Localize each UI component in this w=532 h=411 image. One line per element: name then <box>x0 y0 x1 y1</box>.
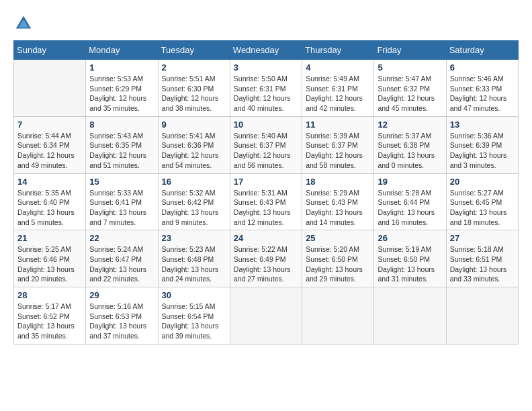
sunset-label: Sunset: 6:48 PM <box>162 255 214 263</box>
day-cell-4: 4 Sunrise: 5:49 AM Sunset: 6:31 PM Dayli… <box>302 60 374 117</box>
daylight-label: Daylight: 13 hours and 33 minutes. <box>450 265 507 283</box>
weekday-header-friday: Friday <box>374 41 446 60</box>
sunset-label: Sunset: 6:33 PM <box>450 85 502 93</box>
sunrise-label: Sunrise: 5:50 AM <box>234 75 287 83</box>
daylight-label: Daylight: 12 hours and 58 minutes. <box>306 151 363 169</box>
day-info: Sunrise: 5:40 AM Sunset: 6:37 PM Dayligh… <box>234 131 298 171</box>
day-cell-9: 9 Sunrise: 5:41 AM Sunset: 6:36 PM Dayli… <box>158 116 230 173</box>
day-number: 24 <box>234 233 298 243</box>
daylight-label: Daylight: 12 hours and 56 minutes. <box>234 151 291 169</box>
day-info: Sunrise: 5:20 AM Sunset: 6:50 PM Dayligh… <box>306 244 370 284</box>
sunrise-label: Sunrise: 5:37 AM <box>378 132 431 140</box>
daylight-label: Daylight: 12 hours and 45 minutes. <box>378 94 435 112</box>
empty-cell <box>14 60 86 117</box>
sunrise-label: Sunrise: 5:27 AM <box>450 189 504 197</box>
sunrise-label: Sunrise: 5:40 AM <box>234 132 287 140</box>
day-number: 3 <box>234 62 298 73</box>
sunset-label: Sunset: 6:37 PM <box>234 141 286 149</box>
day-number: 11 <box>306 120 370 130</box>
empty-cell <box>446 287 518 345</box>
day-cell-6: 6 Sunrise: 5:46 AM Sunset: 6:33 PM Dayli… <box>446 60 518 117</box>
day-number: 5 <box>378 62 442 73</box>
week-row-2: 7 Sunrise: 5:44 AM Sunset: 6:34 PM Dayli… <box>14 116 519 173</box>
sunset-label: Sunset: 6:50 PM <box>306 255 358 263</box>
day-cell-29: 29 Sunrise: 5:16 AM Sunset: 6:53 PM Dayl… <box>86 287 158 345</box>
sunset-label: Sunset: 6:38 PM <box>378 141 430 149</box>
day-cell-23: 23 Sunrise: 5:23 AM Sunset: 6:48 PM Dayl… <box>158 230 230 287</box>
day-info: Sunrise: 5:29 AM Sunset: 6:43 PM Dayligh… <box>306 188 370 228</box>
sunset-label: Sunset: 6:34 PM <box>17 141 70 149</box>
day-number: 23 <box>162 233 226 243</box>
day-number: 9 <box>162 120 226 130</box>
empty-cell <box>230 287 302 345</box>
sunrise-label: Sunrise: 5:17 AM <box>17 302 71 310</box>
day-number: 25 <box>306 233 370 243</box>
sunset-label: Sunset: 6:39 PM <box>450 141 502 149</box>
calendar-table: SundayMondayTuesdayWednesdayThursdayFrid… <box>13 40 519 345</box>
day-cell-16: 16 Sunrise: 5:32 AM Sunset: 6:42 PM Dayl… <box>158 173 230 230</box>
sunset-label: Sunset: 6:29 PM <box>89 85 142 93</box>
day-info: Sunrise: 5:39 AM Sunset: 6:37 PM Dayligh… <box>306 131 370 171</box>
daylight-label: Daylight: 13 hours and 0 minutes. <box>378 151 435 169</box>
sunrise-label: Sunrise: 5:16 AM <box>89 302 143 310</box>
day-number: 20 <box>450 177 515 187</box>
daylight-label: Daylight: 13 hours and 29 minutes. <box>306 265 363 283</box>
day-cell-28: 28 Sunrise: 5:17 AM Sunset: 6:52 PM Dayl… <box>14 287 86 345</box>
sunrise-label: Sunrise: 5:22 AM <box>234 245 287 253</box>
daylight-label: Daylight: 13 hours and 27 minutes. <box>234 265 291 283</box>
daylight-label: Daylight: 13 hours and 18 minutes. <box>450 208 507 226</box>
sunrise-label: Sunrise: 5:24 AM <box>89 245 143 253</box>
day-cell-7: 7 Sunrise: 5:44 AM Sunset: 6:34 PM Dayli… <box>14 116 86 173</box>
weekday-header-saturday: Saturday <box>446 41 518 60</box>
week-row-4: 21 Sunrise: 5:25 AM Sunset: 6:46 PM Dayl… <box>14 230 519 287</box>
day-cell-12: 12 Sunrise: 5:37 AM Sunset: 6:38 PM Dayl… <box>374 116 446 173</box>
day-info: Sunrise: 5:36 AM Sunset: 6:39 PM Dayligh… <box>450 131 515 171</box>
sunrise-label: Sunrise: 5:46 AM <box>450 75 504 83</box>
sunrise-label: Sunrise: 5:39 AM <box>306 132 359 140</box>
day-info: Sunrise: 5:24 AM Sunset: 6:47 PM Dayligh… <box>89 244 154 284</box>
daylight-label: Daylight: 13 hours and 39 minutes. <box>162 322 219 340</box>
day-number: 15 <box>89 177 154 187</box>
day-cell-3: 3 Sunrise: 5:50 AM Sunset: 6:31 PM Dayli… <box>230 60 302 117</box>
day-info: Sunrise: 5:19 AM Sunset: 6:50 PM Dayligh… <box>378 244 442 284</box>
day-number: 27 <box>450 233 515 243</box>
daylight-label: Daylight: 13 hours and 31 minutes. <box>378 265 435 283</box>
day-info: Sunrise: 5:25 AM Sunset: 6:46 PM Dayligh… <box>17 244 82 284</box>
day-info: Sunrise: 5:17 AM Sunset: 6:52 PM Dayligh… <box>17 302 82 341</box>
sunrise-label: Sunrise: 5:33 AM <box>89 189 143 197</box>
day-number: 6 <box>450 62 515 73</box>
day-info: Sunrise: 5:43 AM Sunset: 6:35 PM Dayligh… <box>89 131 154 171</box>
day-number: 2 <box>162 62 226 73</box>
day-cell-21: 21 Sunrise: 5:25 AM Sunset: 6:46 PM Dayl… <box>14 230 86 287</box>
day-number: 14 <box>17 177 82 187</box>
day-info: Sunrise: 5:51 AM Sunset: 6:30 PM Dayligh… <box>162 74 226 113</box>
day-number: 13 <box>450 120 515 130</box>
daylight-label: Daylight: 12 hours and 47 minutes. <box>450 94 507 112</box>
sunrise-label: Sunrise: 5:36 AM <box>450 132 504 140</box>
sunset-label: Sunset: 6:31 PM <box>234 85 286 93</box>
sunrise-label: Sunrise: 5:53 AM <box>89 75 143 83</box>
day-cell-13: 13 Sunrise: 5:36 AM Sunset: 6:39 PM Dayl… <box>446 116 518 173</box>
daylight-label: Daylight: 13 hours and 14 minutes. <box>306 208 363 226</box>
sunset-label: Sunset: 6:43 PM <box>306 198 358 206</box>
day-info: Sunrise: 5:35 AM Sunset: 6:40 PM Dayligh… <box>17 188 82 228</box>
daylight-label: Daylight: 13 hours and 9 minutes. <box>162 208 219 226</box>
day-info: Sunrise: 5:49 AM Sunset: 6:31 PM Dayligh… <box>306 74 370 113</box>
sunrise-label: Sunrise: 5:20 AM <box>306 245 359 253</box>
day-cell-2: 2 Sunrise: 5:51 AM Sunset: 6:30 PM Dayli… <box>158 60 230 117</box>
day-cell-17: 17 Sunrise: 5:31 AM Sunset: 6:43 PM Dayl… <box>230 173 302 230</box>
daylight-label: Daylight: 12 hours and 38 minutes. <box>162 94 219 112</box>
sunset-label: Sunset: 6:47 PM <box>89 255 142 263</box>
weekday-header-thursday: Thursday <box>302 41 374 60</box>
sunset-label: Sunset: 6:44 PM <box>378 198 430 206</box>
day-info: Sunrise: 5:32 AM Sunset: 6:42 PM Dayligh… <box>162 188 226 228</box>
sunrise-label: Sunrise: 5:49 AM <box>306 75 359 83</box>
day-info: Sunrise: 5:37 AM Sunset: 6:38 PM Dayligh… <box>378 131 442 171</box>
day-info: Sunrise: 5:31 AM Sunset: 6:43 PM Dayligh… <box>234 188 298 228</box>
daylight-label: Daylight: 13 hours and 3 minutes. <box>450 151 507 169</box>
weekday-header-row: SundayMondayTuesdayWednesdayThursdayFrid… <box>14 41 519 60</box>
empty-cell <box>302 287 374 345</box>
day-number: 26 <box>378 233 442 243</box>
sunset-label: Sunset: 6:41 PM <box>89 198 142 206</box>
day-number: 22 <box>89 233 154 243</box>
